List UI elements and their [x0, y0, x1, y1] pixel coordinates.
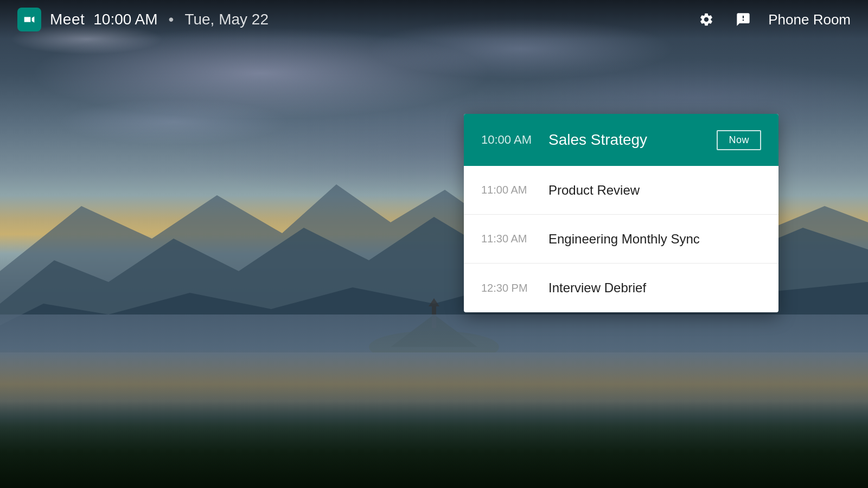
meet-logo	[17, 8, 41, 31]
meetings-list: 11:00 AM Product Review 11:30 AM Enginee…	[464, 166, 778, 312]
app-name: Meet	[50, 11, 85, 28]
meeting-time-0: 11:00 AM	[481, 184, 535, 196]
meeting-item-2[interactable]: 12:30 PM Interview Debrief	[464, 264, 778, 312]
current-meeting-time: 10:00 AM	[481, 133, 535, 147]
settings-button[interactable]	[694, 8, 718, 31]
meeting-title-2: Interview Debrief	[548, 280, 761, 296]
time-date-separator: •	[169, 11, 174, 28]
header-right: Phone Room	[694, 8, 851, 31]
current-time: 10:00 AM	[93, 11, 157, 28]
meeting-title-1: Engineering Monthly Sync	[548, 232, 761, 247]
room-name: Phone Room	[768, 11, 851, 28]
header-bar: Meet 10:00 AM • Tue, May 22 Phone Room	[0, 0, 868, 39]
feedback-button[interactable]	[731, 8, 755, 31]
header-left: Meet 10:00 AM • Tue, May 22	[17, 8, 694, 31]
tree-silhouette	[0, 401, 868, 488]
meeting-time-2: 12:30 PM	[481, 282, 535, 294]
current-date: Tue, May 22	[184, 11, 269, 28]
meeting-item-1[interactable]: 11:30 AM Engineering Monthly Sync	[464, 215, 778, 264]
calendar-panel: 10:00 AM Sales Strategy Now 11:00 AM Pro…	[464, 114, 778, 312]
meeting-time-1: 11:30 AM	[481, 233, 535, 245]
current-meeting-row[interactable]: 10:00 AM Sales Strategy Now	[464, 114, 778, 166]
now-button[interactable]: Now	[717, 130, 761, 150]
meeting-title-0: Product Review	[548, 183, 761, 198]
current-meeting-title: Sales Strategy	[548, 131, 704, 149]
meeting-item-0[interactable]: 11:00 AM Product Review	[464, 166, 778, 215]
